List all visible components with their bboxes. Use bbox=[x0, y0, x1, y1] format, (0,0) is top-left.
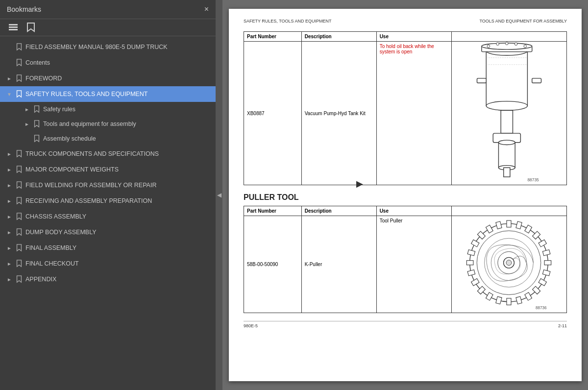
bookmark-icon bbox=[16, 213, 23, 220]
puller-tool-title: PULLER TOOL bbox=[244, 193, 567, 202]
sidebar-collapse-handle[interactable]: ◀ bbox=[216, 0, 222, 390]
puller-tool-drawing: 88736 bbox=[464, 216, 554, 312]
svg-rect-47 bbox=[467, 261, 474, 265]
expand-arrow: ► bbox=[7, 183, 14, 188]
part-number-cell: 58B-00-50090 bbox=[244, 216, 302, 313]
sidebar-item-label: FINAL ASSEMBLY bbox=[25, 244, 211, 251]
use-cell: To hold oil back while the system is ope… bbox=[376, 42, 451, 185]
col-image bbox=[451, 32, 566, 42]
sidebar-title: Bookmarks bbox=[7, 5, 41, 13]
sidebar-item-field-welding[interactable]: ► FIELD WELDING FOR ASSEMBLY OR REPAIR bbox=[0, 177, 216, 193]
expand-arrow: ► bbox=[7, 167, 14, 172]
sidebar-item-dump-body[interactable]: ► DUMP BODY ASSEMBLY bbox=[0, 224, 216, 240]
svg-rect-3 bbox=[486, 51, 527, 106]
expand-arrow: ► bbox=[7, 230, 14, 235]
page-header-right: TOOLS AND EQUIPMENT FOR ASSEMBLY bbox=[479, 19, 567, 24]
svg-rect-41 bbox=[507, 298, 511, 305]
table-row: XB0887 Vacuum Pump-Hyd Tank Kit To hold … bbox=[244, 42, 567, 185]
expand-arrow bbox=[24, 136, 31, 142]
sidebar-item-label: RECEIVING AND ASSEMBLY PREPARATION bbox=[25, 197, 211, 204]
svg-rect-17 bbox=[498, 143, 515, 168]
sidebar-item-label: FOREWORD bbox=[25, 75, 211, 82]
sidebar-item-label: Assembly schedule bbox=[43, 135, 96, 142]
sidebar-item-chassis[interactable]: ► CHASSIS ASSEMBLY bbox=[0, 209, 216, 224]
sidebar-nav[interactable]: FIELD ASSEMBLY MANUAL 980E-5 DUMP TRUCK … bbox=[0, 36, 216, 390]
sidebar-item-label: TRUCK COMPONENTS AND SPECIFICATIONS bbox=[25, 150, 211, 157]
svg-point-5 bbox=[486, 101, 527, 111]
expand-arrow: ► bbox=[7, 151, 14, 157]
sidebar: Bookmarks × FIELD ASSEMBLY MANUAL 980E-5… bbox=[0, 0, 216, 390]
sidebar-header: Bookmarks × bbox=[0, 0, 216, 19]
col-image bbox=[451, 206, 566, 216]
sidebar-item-label: FINAL CHECKOUT bbox=[25, 260, 211, 267]
bookmark-view-icon[interactable] bbox=[24, 22, 37, 33]
vacuum-pump-drawing: 88735 bbox=[465, 42, 553, 184]
bookmark-icon bbox=[33, 135, 40, 143]
svg-text:88736: 88736 bbox=[536, 306, 547, 310]
page-footer-right: 2-11 bbox=[558, 323, 567, 328]
svg-rect-1 bbox=[9, 26, 18, 28]
bookmark-icon bbox=[16, 228, 23, 236]
svg-rect-22 bbox=[532, 78, 541, 83]
bookmark-icon bbox=[16, 43, 23, 51]
image-cell: 88736 bbox=[451, 216, 566, 313]
col-part-number: Part Number bbox=[244, 32, 302, 42]
image-cell: 88735 bbox=[451, 42, 566, 185]
expand-arrow: ► bbox=[7, 76, 14, 81]
expand-arrow: ► bbox=[24, 107, 31, 112]
sidebar-item-final-checkout[interactable]: ► FINAL CHECKOUT bbox=[0, 256, 216, 271]
sidebar-item-contents[interactable]: Contents bbox=[0, 55, 216, 71]
bookmark-icon bbox=[16, 275, 23, 283]
sidebar-item-safety-rules[interactable]: ► Safety rules bbox=[0, 102, 216, 117]
expand-arrow bbox=[7, 60, 14, 66]
sidebar-item-receiving[interactable]: ► RECEIVING AND ASSEMBLY PREPARATION bbox=[0, 193, 216, 209]
expand-arrow bbox=[7, 45, 14, 50]
svg-point-12 bbox=[505, 42, 508, 45]
sidebar-item-safety-rules-tools[interactable]: ▼ SAFETY RULES, TOOLS AND EQUIPMENT bbox=[0, 86, 216, 102]
list-view-icon[interactable] bbox=[7, 22, 20, 33]
sidebar-item-tools-equipment[interactable]: ► Tools and equipment for assembly bbox=[0, 117, 216, 131]
part-number-cell: XB0887 bbox=[244, 42, 302, 185]
bookmark-icon bbox=[33, 120, 40, 128]
svg-rect-20 bbox=[504, 168, 510, 177]
page-header: SAFETY RULES, TOOLS AND EQUIPMENT TOOLS … bbox=[244, 19, 567, 25]
page-view: SAFETY RULES, TOOLS AND EQUIPMENT TOOLS … bbox=[229, 9, 582, 381]
expand-arrow: ► bbox=[7, 245, 14, 251]
sidebar-item-truck-components[interactable]: ► TRUCK COMPONENTS AND SPECIFICATIONS bbox=[0, 146, 216, 162]
svg-text:88735: 88735 bbox=[527, 177, 539, 182]
sidebar-item-assembly-schedule[interactable]: Assembly schedule bbox=[0, 131, 216, 146]
sidebar-item-label: Safety rules bbox=[43, 106, 75, 113]
sidebar-item-appendix[interactable]: ► APPENDIX bbox=[0, 271, 216, 287]
svg-rect-0 bbox=[9, 24, 18, 25]
sidebar-item-label: CHASSIS ASSEMBLY bbox=[25, 213, 211, 220]
sidebar-toolbar bbox=[0, 19, 216, 36]
sidebar-item-label: APPENDIX bbox=[25, 276, 211, 283]
sidebar-item-label: FIELD WELDING FOR ASSEMBLY OR REPAIR bbox=[25, 182, 211, 189]
sidebar-item-field-assembly[interactable]: FIELD ASSEMBLY MANUAL 980E-5 DUMP TRUCK bbox=[0, 39, 216, 55]
use-cell: Tool Puller bbox=[376, 216, 451, 313]
bookmark-icon bbox=[16, 260, 23, 268]
close-button[interactable]: × bbox=[204, 5, 209, 14]
bookmark-icon bbox=[16, 181, 23, 189]
sidebar-item-label: SAFETY RULES, TOOLS AND EQUIPMENT bbox=[25, 91, 211, 98]
expand-arrow: ► bbox=[7, 261, 14, 267]
sidebar-item-label: Tools and equipment for assembly bbox=[43, 121, 136, 127]
expand-arrow: ► bbox=[7, 277, 14, 282]
bookmark-icon bbox=[16, 244, 23, 252]
sidebar-item-label: Contents bbox=[25, 59, 211, 66]
description-cell: Vacuum Pump-Hyd Tank Kit bbox=[301, 42, 376, 185]
vacuum-pump-table: Part Number Description Use XB0887 Vacuu… bbox=[244, 31, 567, 185]
sidebar-item-final-assembly[interactable]: ► FINAL ASSEMBLY bbox=[0, 240, 216, 256]
col-part-number: Part Number bbox=[244, 206, 302, 216]
sidebar-item-major-component[interactable]: ► MAJOR COMPONENT WEIGHTS bbox=[0, 162, 216, 177]
bookmark-icon bbox=[33, 105, 40, 113]
svg-point-14 bbox=[524, 45, 527, 48]
bookmark-icon bbox=[16, 90, 23, 98]
svg-point-11 bbox=[496, 43, 499, 46]
sidebar-item-foreword[interactable]: ► FOREWORD bbox=[0, 71, 216, 86]
sidebar-item-label: MAJOR COMPONENT WEIGHTS bbox=[25, 166, 211, 173]
use-text: To hold oil back while the system is ope… bbox=[380, 44, 434, 54]
svg-point-10 bbox=[487, 45, 490, 48]
svg-rect-15 bbox=[501, 110, 513, 133]
svg-rect-35 bbox=[544, 261, 551, 265]
